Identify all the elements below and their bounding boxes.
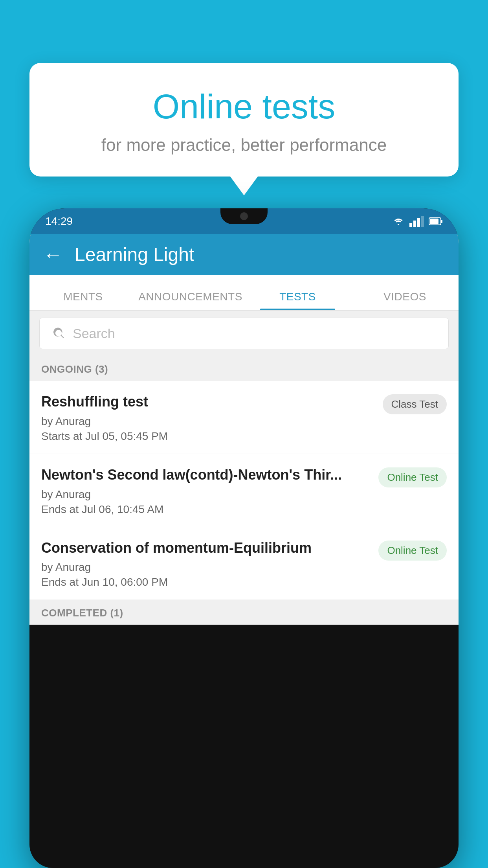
svg-rect-2	[430, 219, 438, 224]
test-item[interactable]: Conservation of momentum-Equilibrium by …	[29, 527, 459, 600]
test-badge: Online Test	[378, 541, 447, 561]
test-time: Starts at Jul 05, 05:45 PM	[41, 430, 375, 443]
signal-icon	[409, 216, 424, 227]
test-list: Reshuffling test by Anurag Starts at Jul…	[29, 381, 459, 600]
test-title: Conservation of momentum-Equilibrium	[41, 539, 371, 557]
hero-subtitle: for more practice, better performance	[49, 135, 439, 155]
test-badge: Class Test	[383, 394, 447, 414]
hero-card: Online tests for more practice, better p…	[29, 63, 459, 177]
test-author: by Anurag	[41, 488, 371, 501]
test-info: Reshuffling test by Anurag Starts at Jul…	[41, 393, 383, 443]
tab-ments[interactable]: MENTS	[29, 291, 137, 310]
wifi-icon	[392, 217, 405, 226]
status-bar: 14:29	[29, 208, 459, 234]
back-button[interactable]: ←	[43, 243, 63, 266]
test-item[interactable]: Newton's Second law(contd)-Newton's Thir…	[29, 454, 459, 527]
ongoing-section-label: ONGOING (3)	[29, 356, 459, 381]
phone-frame: 14:29 ←	[29, 208, 459, 868]
hero-title: Online tests	[49, 86, 439, 127]
test-info: Conservation of momentum-Equilibrium by …	[41, 539, 378, 589]
camera	[240, 212, 248, 220]
test-author: by Anurag	[41, 415, 375, 428]
status-time: 14:29	[45, 215, 73, 228]
phone-screen: ← Learning Light MENTS ANNOUNCEMENTS TES…	[29, 234, 459, 625]
notch	[220, 208, 268, 224]
tab-announcements[interactable]: ANNOUNCEMENTS	[137, 291, 244, 310]
test-info: Newton's Second law(contd)-Newton's Thir…	[41, 466, 378, 516]
search-placeholder: Search	[73, 326, 115, 341]
tabs-bar: MENTS ANNOUNCEMENTS TESTS VIDEOS	[29, 275, 459, 311]
status-icons	[392, 216, 443, 227]
search-container: Search	[29, 311, 459, 356]
tab-videos[interactable]: VIDEOS	[351, 291, 459, 310]
test-title: Reshuffling test	[41, 393, 375, 411]
test-item[interactable]: Reshuffling test by Anurag Starts at Jul…	[29, 381, 459, 454]
svg-rect-1	[441, 220, 442, 223]
test-time: Ends at Jul 06, 10:45 AM	[41, 503, 371, 516]
app-title: Learning Light	[75, 244, 194, 265]
test-title: Newton's Second law(contd)-Newton's Thir…	[41, 466, 371, 484]
completed-section-label: COMPLETED (1)	[29, 600, 459, 625]
battery-icon	[429, 217, 443, 226]
search-icon	[51, 326, 66, 340]
tab-tests[interactable]: TESTS	[244, 291, 351, 310]
test-author: by Anurag	[41, 561, 371, 574]
test-badge: Online Test	[378, 467, 447, 487]
app-bar: ← Learning Light	[29, 234, 459, 275]
test-time: Ends at Jun 10, 06:00 PM	[41, 576, 371, 588]
search-bar[interactable]: Search	[39, 318, 449, 349]
